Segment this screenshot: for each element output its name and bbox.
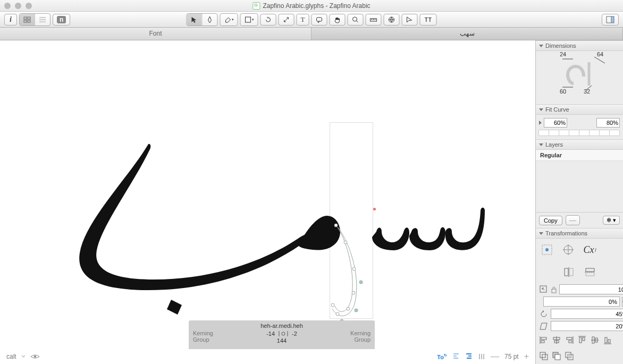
svg-rect-62 [541, 341, 544, 343]
primitive-tool[interactable]: ▾ [241, 14, 258, 26]
align-r-icon[interactable] [565, 335, 574, 345]
svg-rect-2 [24, 20, 27, 22]
svg-point-34 [282, 332, 285, 335]
info-button[interactable]: i [4, 14, 17, 26]
rotate-tool[interactable] [260, 14, 276, 26]
svg-rect-79 [542, 354, 548, 360]
select-tool[interactable] [187, 14, 203, 26]
select-all-tool[interactable] [402, 14, 418, 26]
width-icon [278, 330, 289, 337]
svg-rect-70 [579, 337, 582, 343]
svg-text:T: T [425, 16, 428, 23]
dim-32: 32 [584, 88, 590, 95]
trueType-tool[interactable]: TT [420, 14, 437, 26]
bool-union-icon[interactable] [539, 351, 549, 361]
dimensions-panel: 24 64 60 32 [536, 51, 623, 104]
group-left-label: Group [193, 336, 213, 343]
layer-options-button[interactable]: ✻ ▾ [603, 216, 620, 225]
measure-tool[interactable] [366, 14, 382, 26]
align-cv-icon[interactable] [590, 335, 600, 345]
dim-64: 64 [597, 51, 603, 57]
zoom-in[interactable]: + [524, 352, 529, 361]
minimize-window[interactable] [15, 3, 21, 9]
lsb-value[interactable]: -14 [266, 331, 275, 337]
edit-canvas[interactable]: heh-ar.medi.heh Kerning Group -14 -2 144… [0, 40, 535, 364]
flip-v-icon[interactable] [582, 264, 598, 280]
layer-remove-button[interactable]: — [566, 215, 580, 225]
layer-copy-button[interactable]: Copy [539, 216, 562, 225]
svg-line-8 [284, 18, 289, 22]
svg-point-10 [353, 17, 357, 21]
rotate-ccw-icon[interactable] [539, 309, 549, 319]
svg-point-23 [344, 241, 347, 244]
erase-tool[interactable]: ▾ [221, 14, 238, 26]
lock-icon[interactable] [551, 286, 557, 293]
svg-rect-78 [540, 352, 545, 358]
close-window[interactable] [4, 3, 11, 9]
align-ch-icon[interactable] [552, 335, 561, 345]
fitcurve-apply-icon[interactable] [539, 121, 542, 125]
otvar-tool[interactable] [384, 14, 400, 26]
feature-selector[interactable]: calt [6, 353, 16, 360]
skew-input[interactable] [551, 321, 623, 331]
fitcurve-steps[interactable] [539, 130, 620, 136]
rsb-value[interactable]: -2 [292, 331, 297, 337]
align-t-icon[interactable] [577, 335, 587, 345]
layers-header[interactable]: Layers [536, 139, 623, 150]
svg-point-22 [334, 224, 338, 227]
scale-down-icon[interactable] [539, 285, 549, 294]
fitcurve-header[interactable]: Fit Curve [536, 104, 623, 115]
layers-panel: Regular Copy — ✻ ▾ [536, 150, 623, 228]
scale-tool[interactable] [279, 14, 294, 26]
align-right-icon[interactable] [465, 353, 473, 360]
cx-icon[interactable]: Cx⁞ [582, 242, 597, 258]
svg-line-11 [357, 21, 358, 22]
list-view-button[interactable] [35, 14, 50, 26]
grid-view-button[interactable] [20, 14, 35, 26]
zoom-value[interactable]: 75 pt [504, 353, 519, 360]
text-tool[interactable]: T [297, 14, 309, 26]
align-l-icon[interactable] [539, 335, 549, 345]
kerning-right-label: Kerning [350, 330, 371, 336]
svg-rect-61 [541, 337, 546, 340]
scale-input[interactable] [559, 284, 623, 294]
eye-icon[interactable] [30, 353, 40, 360]
window-controls [4, 3, 32, 9]
window-title: Zapfino Arabic.glyphs - Zapfino Arabic [252, 2, 370, 10]
annotation-tool[interactable] [312, 14, 327, 26]
columns-icon[interactable] [478, 353, 485, 360]
tab-glyph[interactable]: سهب [312, 28, 623, 40]
kerning-left-label: Kerning [193, 330, 213, 336]
dimensions-header[interactable]: Dimensions [536, 40, 623, 51]
tab-font[interactable]: Font [0, 28, 312, 40]
to-indicator[interactable]: To↻ [437, 353, 447, 360]
fitcurve-high-input[interactable] [596, 118, 620, 128]
hand-tool[interactable] [330, 14, 346, 26]
origin-grid-icon[interactable] [539, 242, 555, 258]
angle-input[interactable] [551, 309, 623, 319]
bool-intersect-icon[interactable] [565, 351, 574, 361]
crosshair-icon[interactable] [560, 242, 576, 258]
width-value[interactable]: 144 [266, 337, 297, 344]
zoom-tool[interactable] [348, 14, 364, 26]
svg-point-35 [34, 355, 36, 358]
transforms-panel: Cx⁞ ▲▼ ▲▼ ▲▼ [536, 239, 623, 364]
fitcurve-low-input[interactable] [544, 118, 567, 128]
transforms-header[interactable]: Transformations [536, 228, 623, 239]
svg-rect-3 [28, 20, 30, 22]
n-button[interactable]: n [53, 14, 70, 26]
bool-subtract-icon[interactable] [552, 351, 561, 361]
zoom-out[interactable]: — [491, 352, 499, 361]
slant-input[interactable] [543, 297, 620, 307]
panel-toggle[interactable] [602, 14, 619, 26]
pen-tool[interactable] [203, 14, 217, 26]
align-left-icon[interactable] [452, 353, 460, 360]
layer-regular[interactable]: Regular [536, 150, 623, 161]
title-text: Zapfino Arabic.glyphs - Zapfino Arabic [263, 2, 370, 10]
flip-h-icon[interactable] [561, 264, 577, 280]
skew-left-icon[interactable] [539, 321, 549, 331]
zoom-window[interactable] [26, 3, 32, 9]
titlebar: Zapfino Arabic.glyphs - Zapfino Arabic [0, 0, 623, 12]
align-b-icon[interactable] [603, 335, 612, 345]
svg-point-29 [359, 281, 363, 284]
